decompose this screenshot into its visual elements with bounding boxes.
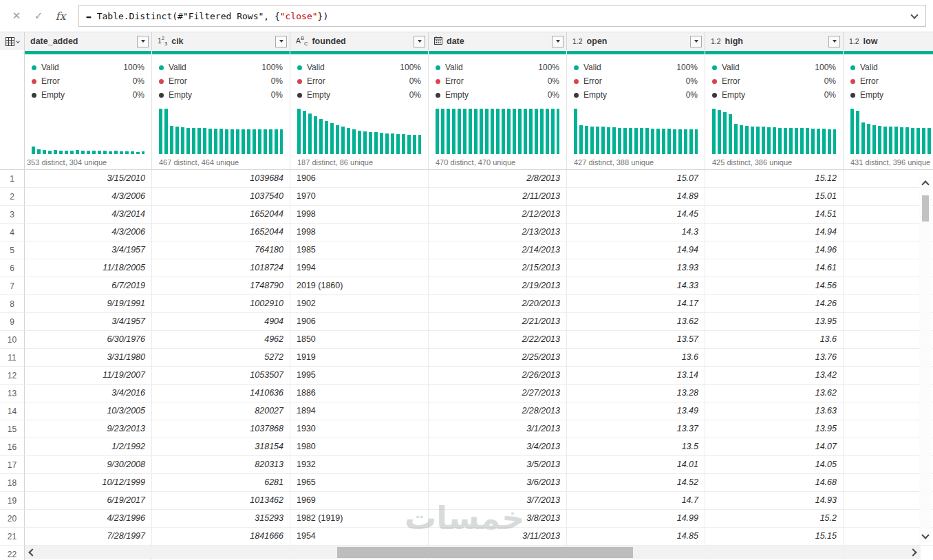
histogram-bar[interactable]: [230, 129, 234, 154]
row-number[interactable]: 19: [0, 492, 25, 510]
histogram-bar[interactable]: [463, 109, 466, 154]
histogram-bar[interactable]: [795, 128, 798, 154]
histogram-bar[interactable]: [347, 128, 350, 154]
cell-date_added[interactable]: 9/23/2013: [25, 420, 152, 438]
formula-expand-chevron-icon[interactable]: [910, 11, 918, 19]
histogram-bar[interactable]: [784, 128, 787, 154]
cell-founded[interactable]: 1930: [290, 420, 429, 438]
histogram-bar[interactable]: [773, 127, 776, 154]
cell-open[interactable]: 14.89: [567, 188, 705, 206]
histogram-bar[interactable]: [695, 129, 698, 154]
cell-open[interactable]: 14.3: [567, 224, 705, 241]
row-number[interactable]: 21: [0, 528, 25, 546]
histogram-bar[interactable]: [441, 109, 444, 154]
histogram-bar[interactable]: [883, 127, 887, 154]
histogram-bar[interactable]: [861, 122, 865, 154]
cell-high[interactable]: 15.01: [705, 188, 844, 206]
cell-cik[interactable]: 764180: [152, 241, 290, 259]
histogram-bar[interactable]: [496, 109, 500, 154]
histogram-bar[interactable]: [341, 127, 345, 154]
row-number[interactable]: 8: [0, 295, 25, 313]
cell-founded[interactable]: 1998: [290, 206, 429, 224]
histogram-bar[interactable]: [37, 149, 41, 154]
cell-founded[interactable]: 1994: [290, 259, 429, 277]
cell-founded[interactable]: 1932: [290, 456, 429, 474]
formula-input[interactable]: = Table.Distinct(#"Filtered Rows", {"clo…: [78, 5, 926, 27]
row-number[interactable]: 9: [0, 313, 25, 331]
histogram-bar[interactable]: [740, 125, 743, 154]
scroll-left-arrow[interactable]: [25, 546, 40, 559]
histogram-bar[interactable]: [391, 133, 394, 154]
value-distribution-histogram[interactable]: [574, 107, 698, 154]
histogram-bar[interactable]: [275, 129, 278, 154]
histogram-bar[interactable]: [689, 129, 693, 154]
cell-date[interactable]: 2/11/2013: [429, 188, 567, 206]
cell-date_added[interactable]: 3/4/1957: [25, 313, 152, 331]
cell-high[interactable]: 13.95: [705, 420, 844, 438]
histogram-bar[interactable]: [756, 127, 760, 154]
histogram-bar[interactable]: [70, 151, 74, 154]
cell-cik[interactable]: 1053507: [152, 367, 290, 385]
cell-date_added[interactable]: 9/19/1991: [25, 295, 152, 313]
cell-founded[interactable]: 1894: [290, 402, 429, 420]
histogram-bar[interactable]: [208, 129, 212, 154]
histogram-bar[interactable]: [81, 151, 85, 154]
row-number[interactable]: 15: [0, 420, 25, 438]
cell-founded[interactable]: 1970: [290, 188, 429, 206]
histogram-bar[interactable]: [175, 127, 179, 154]
histogram-bar[interactable]: [927, 128, 931, 154]
cell-cik[interactable]: 315293: [152, 510, 290, 528]
cell-date[interactable]: 2/15/2013: [429, 259, 567, 277]
histogram-bar[interactable]: [303, 111, 306, 154]
cell-high[interactable]: 14.07: [705, 438, 844, 456]
histogram-bar[interactable]: [458, 109, 461, 154]
cell-date[interactable]: 2/14/2013: [429, 241, 567, 259]
cell-cik[interactable]: 1037540: [152, 188, 290, 206]
histogram-bar[interactable]: [513, 109, 516, 154]
histogram-bar[interactable]: [585, 126, 588, 154]
cell-date_added[interactable]: 6/7/2019: [25, 277, 152, 295]
histogram-bar[interactable]: [352, 129, 356, 154]
cancel-icon[interactable]: ✕: [6, 6, 28, 26]
cell-open[interactable]: 14.45: [567, 206, 705, 224]
cell-founded[interactable]: 1919: [290, 349, 429, 367]
row-number[interactable]: 18: [0, 474, 25, 492]
histogram-bar[interactable]: [325, 121, 328, 154]
cell-high[interactable]: 14.26: [705, 295, 844, 313]
histogram-bar[interactable]: [413, 135, 416, 154]
cell-cik[interactable]: 1013462: [152, 492, 290, 510]
row-number[interactable]: 1: [0, 170, 25, 188]
histogram-bar[interactable]: [469, 109, 472, 154]
histogram-bar[interactable]: [601, 127, 605, 154]
histogram-bar[interactable]: [186, 128, 190, 154]
horizontal-scroll-track[interactable]: [40, 547, 905, 558]
histogram-bar[interactable]: [402, 134, 405, 154]
histogram-bar[interactable]: [43, 150, 46, 154]
cell-high[interactable]: 14.05: [705, 456, 844, 474]
cell-cik[interactable]: 1652044: [152, 206, 290, 224]
histogram-bar[interactable]: [623, 128, 627, 154]
row-number[interactable]: 4: [0, 224, 25, 241]
cell-date_added[interactable]: 1/2/1992: [25, 438, 152, 456]
histogram-bar[interactable]: [225, 129, 228, 154]
histogram-bar[interactable]: [524, 109, 527, 154]
cell-date[interactable]: 2/25/2013: [429, 349, 567, 367]
cell-cik[interactable]: 318154: [152, 438, 290, 456]
cell-date[interactable]: 3/1/2013: [429, 420, 567, 438]
cell-date_added[interactable]: 6/19/2017: [25, 492, 152, 510]
cell-date_added[interactable]: 6/30/1976: [25, 331, 152, 349]
histogram-bar[interactable]: [612, 127, 616, 154]
cell-cik[interactable]: 1748790: [152, 277, 290, 295]
histogram-bar[interactable]: [900, 127, 903, 154]
histogram-bar[interactable]: [247, 129, 250, 154]
cell-high[interactable]: 13.63: [705, 402, 844, 420]
cell-open[interactable]: 13.5: [567, 438, 705, 456]
histogram-bar[interactable]: [192, 128, 195, 154]
histogram-bar[interactable]: [645, 128, 649, 154]
histogram-bar[interactable]: [905, 127, 909, 154]
cell-date[interactable]: 2/19/2013: [429, 277, 567, 295]
histogram-bar[interactable]: [729, 114, 732, 154]
histogram-bar[interactable]: [894, 127, 898, 154]
value-distribution-histogram[interactable]: [297, 107, 421, 154]
cell-date_added[interactable]: 4/3/2006: [25, 188, 152, 206]
